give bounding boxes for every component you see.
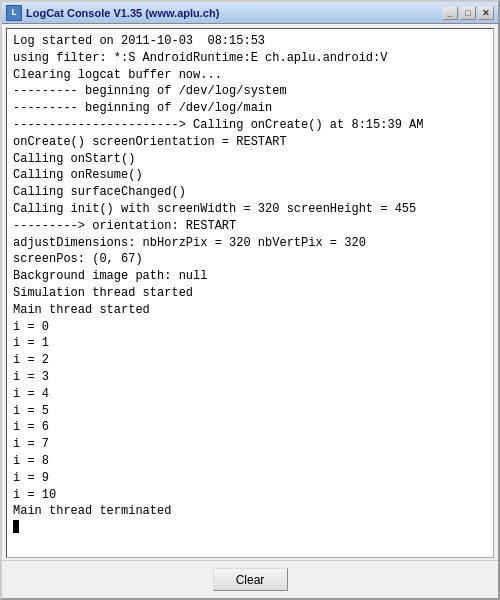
text-cursor xyxy=(13,520,19,533)
console-line: i = 5 xyxy=(13,403,487,420)
window-title: LogCat Console V1.35 (www.aplu.ch) xyxy=(26,7,219,19)
console-line: Main thread terminated xyxy=(13,503,487,520)
title-bar: L LogCat Console V1.35 (www.aplu.ch) _ □… xyxy=(2,2,498,24)
main-window: L LogCat Console V1.35 (www.aplu.ch) _ □… xyxy=(0,0,500,600)
console-line: screenPos: (0, 67) xyxy=(13,251,487,268)
window-controls: _ □ ✕ xyxy=(442,6,494,20)
bottom-toolbar: Clear xyxy=(2,560,498,598)
console-line: Simulation thread started xyxy=(13,285,487,302)
close-button[interactable]: ✕ xyxy=(478,6,494,20)
console-line: i = 1 xyxy=(13,335,487,352)
console-line: --------- beginning of /dev/log/system xyxy=(13,83,487,100)
console-line: Main thread started xyxy=(13,302,487,319)
cursor-line xyxy=(13,520,487,533)
console-line: i = 4 xyxy=(13,386,487,403)
maximize-button[interactable]: □ xyxy=(460,6,476,20)
title-bar-left: L LogCat Console V1.35 (www.aplu.ch) xyxy=(6,5,219,21)
console-line: Calling onResume() xyxy=(13,167,487,184)
console-line: --------- beginning of /dev/log/main xyxy=(13,100,487,117)
console-line: Calling onStart() xyxy=(13,151,487,168)
console-output: Log started on 2011-10-03 08:15:53using … xyxy=(6,28,494,558)
console-line: Calling init() with screenWidth = 320 sc… xyxy=(13,201,487,218)
app-icon: L xyxy=(6,5,22,21)
clear-button[interactable]: Clear xyxy=(213,568,288,591)
console-line: using filter: *:S AndroidRuntime:E ch.ap… xyxy=(13,50,487,67)
console-line: -----------------------> Calling onCreat… xyxy=(13,117,487,134)
console-line: i = 0 xyxy=(13,319,487,336)
console-line: ---------> orientation: RESTART xyxy=(13,218,487,235)
console-line: i = 8 xyxy=(13,453,487,470)
console-line: onCreate() screenOrientation = RESTART xyxy=(13,134,487,151)
console-line: i = 2 xyxy=(13,352,487,369)
console-line: i = 10 xyxy=(13,487,487,504)
console-line: Log started on 2011-10-03 08:15:53 xyxy=(13,33,487,50)
console-line: Clearing logcat buffer now... xyxy=(13,67,487,84)
minimize-button[interactable]: _ xyxy=(442,6,458,20)
console-line: i = 6 xyxy=(13,419,487,436)
console-line: i = 3 xyxy=(13,369,487,386)
console-line: Calling surfaceChanged() xyxy=(13,184,487,201)
console-line: Background image path: null xyxy=(13,268,487,285)
console-line: i = 7 xyxy=(13,436,487,453)
console-line: adjustDimensions: nbHorzPix = 320 nbVert… xyxy=(13,235,487,252)
console-line: i = 9 xyxy=(13,470,487,487)
